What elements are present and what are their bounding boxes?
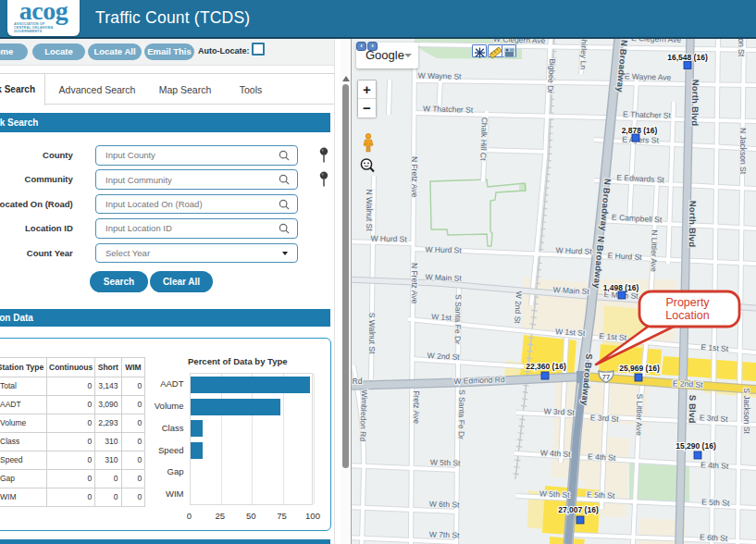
street-label: Shirley Ln xyxy=(578,37,589,69)
tab-tools[interactable]: Tools xyxy=(229,74,273,105)
bar-class xyxy=(191,420,203,437)
bar-chart-plot xyxy=(190,373,314,505)
street-label: W 2nd St xyxy=(513,291,524,324)
table-row: Class03100 xyxy=(0,432,145,451)
continuous-cell: 0 xyxy=(47,395,95,414)
street-label: E Wayne Ave xyxy=(625,71,672,81)
tab-quick-search[interactable]: Quick Search xyxy=(0,74,45,105)
street-label: E 4th St xyxy=(700,460,729,471)
street-label: Rd xyxy=(353,377,363,386)
table-row: Total03,1430 xyxy=(0,377,145,395)
category-label: Class xyxy=(136,423,184,433)
street-label: Wimbledon Rd xyxy=(358,389,369,441)
station-type-cell: Class xyxy=(0,432,47,451)
tab-map-search[interactable]: Map Search xyxy=(155,74,216,105)
count-label: 1,498 (16) xyxy=(603,283,639,292)
gridline xyxy=(221,374,222,504)
callout-line-2: Location xyxy=(665,309,709,322)
acog-logo[interactable]: acog ASSOCIATION OFCENTRAL OKLAHOMAGOVER… xyxy=(7,0,80,36)
tick-label: 0 xyxy=(176,511,204,521)
located-on-road--input[interactable] xyxy=(95,194,298,215)
next-section-header xyxy=(0,539,330,544)
bar-aadt xyxy=(191,377,310,393)
street-label: Chalk Hill Ct xyxy=(478,117,490,162)
panel-divider xyxy=(334,37,335,544)
home-button[interactable]: Home xyxy=(0,43,28,60)
pegman-streetview-icon[interactable] xyxy=(362,133,375,156)
scrollbar-thumb[interactable] xyxy=(342,84,349,468)
app-window: Home Locate Locate All Email This Auto-L… xyxy=(0,0,756,544)
scrollbar-up-arrow-icon[interactable] xyxy=(342,76,350,81)
table-row: WIM000 xyxy=(0,488,145,506)
zoom-window-magnifier-icon[interactable] xyxy=(359,157,376,179)
marker-square[interactable] xyxy=(618,291,626,299)
street-label: W Main St xyxy=(552,285,589,296)
street-label: W 6th St xyxy=(429,499,461,509)
tab-advanced-search[interactable]: Advanced Search xyxy=(56,74,139,105)
street-label: E Ayers St xyxy=(622,134,659,144)
category-label: AADT xyxy=(136,378,184,389)
short-cell: 310 xyxy=(95,451,121,469)
auto-locate-label: Auto-Locate: xyxy=(198,46,250,56)
count-year-select[interactable] xyxy=(95,243,298,264)
street-label: N Fretz Ave xyxy=(410,263,419,304)
table-row: Gap000 xyxy=(0,469,145,488)
street-label: E 3rd St xyxy=(590,413,620,424)
gridline xyxy=(314,374,315,504)
email-this-button[interactable]: Email This xyxy=(144,43,194,60)
marker-square[interactable] xyxy=(635,374,642,381)
clear-all-button[interactable]: Clear All xyxy=(150,271,213,292)
zoom-in-button[interactable]: + xyxy=(358,80,376,99)
search-icon xyxy=(279,150,290,161)
left-panel-scrollbar[interactable] xyxy=(341,37,351,544)
tick-label: 100 xyxy=(299,511,327,521)
locate-all-button[interactable]: Locate All xyxy=(88,43,142,60)
field-label: Location ID xyxy=(0,218,73,239)
county-input[interactable] xyxy=(95,145,298,166)
acog-logo-text: acog xyxy=(7,0,80,21)
marker-square[interactable] xyxy=(576,516,584,524)
auto-locate-checkbox[interactable] xyxy=(252,43,265,56)
locate-button[interactable]: Locate xyxy=(32,43,85,60)
select-caret-icon xyxy=(282,252,288,255)
measure-distance-tool-button[interactable] xyxy=(488,44,502,57)
zoom-control: + − xyxy=(357,80,377,117)
marker-square[interactable] xyxy=(632,134,639,142)
station-data-header: Station Data xyxy=(0,309,330,327)
table-row: Volume02,2930 xyxy=(0,414,145,432)
street-label: E 3rd St xyxy=(700,413,729,424)
street-label: W Hurd St xyxy=(555,245,592,255)
marker-square[interactable] xyxy=(694,451,701,459)
column-header: Station Type xyxy=(0,358,47,377)
marker-square[interactable] xyxy=(684,62,691,69)
street-label: E 2nd St xyxy=(673,378,704,389)
street-label: S Jackson St xyxy=(742,388,751,434)
street-label: W Main St xyxy=(425,272,462,282)
map-next-extent-button[interactable]: › xyxy=(367,42,378,51)
field-label: Located On (Road) xyxy=(0,194,73,215)
tick-label: 75 xyxy=(268,511,296,521)
street-label: E 5th St xyxy=(701,497,730,508)
map-pane[interactable]: W Clegern AveE Clegern AveW Wayne StE Wa… xyxy=(351,37,756,544)
street-label: S Blvd xyxy=(688,395,699,424)
community-input[interactable] xyxy=(95,169,298,190)
count-label: 27,007 (16) xyxy=(558,505,599,514)
map-prev-extent-button[interactable]: ‹ xyxy=(356,42,366,51)
street-label: W 5th St xyxy=(430,457,462,467)
map-select-tool-button[interactable] xyxy=(472,44,487,57)
street-label: N Walnut St xyxy=(365,189,374,231)
location-id-input[interactable] xyxy=(95,218,298,239)
map-pin-icon xyxy=(318,171,329,188)
count-label: 16,548 (16) xyxy=(667,53,708,62)
street-label: N Littler Ave xyxy=(650,229,660,272)
marker-square[interactable] xyxy=(541,372,549,379)
print-map-tool-button[interactable] xyxy=(502,44,516,57)
table-row: Speed03100 xyxy=(0,451,145,469)
field-label: Community xyxy=(0,169,73,190)
category-label: WIM xyxy=(136,488,184,499)
zoom-out-button[interactable]: − xyxy=(358,99,376,117)
street-label: N Jackson St xyxy=(737,37,746,57)
svg-text:77: 77 xyxy=(602,373,610,381)
category-label: Gap xyxy=(136,466,184,476)
search-button[interactable]: Search xyxy=(90,271,148,292)
